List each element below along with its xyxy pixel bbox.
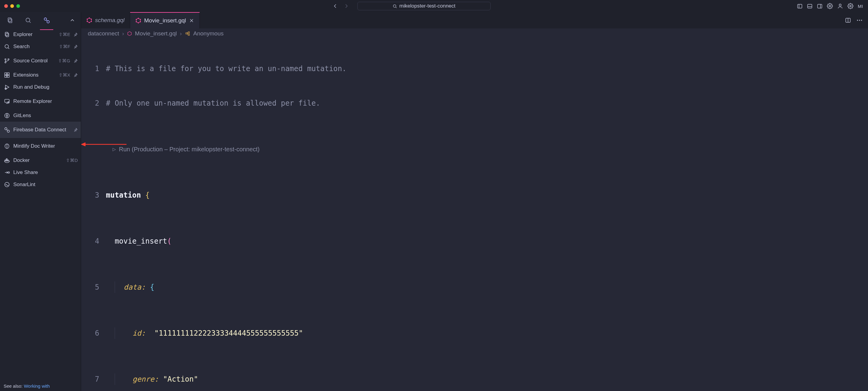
more-actions-icon[interactable]	[857, 19, 863, 21]
svg-point-0	[393, 4, 396, 7]
tab-movie-insert[interactable]: Movie_insert.gql	[130, 12, 199, 28]
svg-marker-45	[87, 18, 91, 23]
crumb-file[interactable]: Movie_insert.gql	[135, 30, 177, 37]
svg-point-51	[87, 19, 88, 19]
svg-rect-17	[5, 32, 8, 36]
shortcut-hint: ⇧⌘E	[59, 32, 70, 37]
svg-point-22	[5, 62, 6, 63]
sidebar-item-search[interactable]: Search⇧⌘F	[0, 40, 81, 53]
code-editor[interactable]: 1# This is a file for you to write an un…	[81, 40, 868, 391]
sidebar-item-label: Firebase Data Connect	[13, 127, 70, 133]
docker-icon	[4, 157, 10, 163]
footer-link[interactable]: Working with	[24, 384, 50, 389]
code-lens-run[interactable]: ▷ Run (Production – Project: mikelopster…	[81, 144, 868, 155]
view-dataconnect-icon[interactable]	[42, 15, 52, 26]
code-line: mutation {	[106, 189, 150, 201]
breadcrumbs[interactable]: dataconnect › Movie_insert.gql › Anonymo…	[81, 28, 868, 40]
pin-icon[interactable]	[73, 44, 78, 49]
svg-point-48	[91, 21, 92, 22]
shortcut-hint: ⇧⌘G	[58, 58, 70, 64]
sidebar-footer: See also: Working with	[0, 382, 81, 391]
dataconnect-icon	[4, 126, 10, 133]
nav-forward-button[interactable]	[343, 3, 349, 9]
branch-icon	[4, 58, 10, 64]
svg-point-8	[829, 5, 831, 7]
nav-back-button[interactable]	[332, 3, 338, 9]
debug-icon	[4, 84, 10, 90]
svg-point-21	[5, 59, 6, 60]
account-icon[interactable]	[837, 3, 843, 9]
svg-rect-68	[188, 32, 189, 33]
svg-rect-2	[798, 4, 802, 8]
minimize-window-button[interactable]	[10, 4, 14, 8]
view-more-icon[interactable]	[69, 17, 75, 23]
svg-point-65	[861, 20, 862, 21]
layout-secondary-icon[interactable]	[817, 3, 823, 9]
svg-line-20	[8, 48, 9, 49]
view-explorer-icon[interactable]	[5, 15, 14, 25]
svg-marker-52	[136, 19, 141, 23]
play-icon: ▷	[113, 144, 116, 155]
svg-marker-66	[128, 31, 131, 35]
sidebar-item-extensions[interactable]: Extensions⇧⌘X	[0, 69, 81, 81]
svg-rect-24	[5, 73, 7, 75]
svg-rect-30	[5, 99, 9, 102]
symbol-icon	[185, 31, 190, 36]
sidebar-item-remote-explorer[interactable]: Remote Explorer	[0, 93, 81, 110]
sidebar-item-explorer[interactable]: Explorer⇧⌘E	[0, 28, 81, 40]
tab-label: schema.gql	[95, 17, 124, 24]
sidebar-item-firebase-data-connect[interactable]: Firebase Data Connect	[0, 122, 81, 138]
graphql-icon	[87, 18, 92, 23]
code-line: genre: "Action"	[106, 373, 198, 385]
crumb-symbol[interactable]: Anonymous	[193, 30, 224, 37]
layout-panel-icon[interactable]	[807, 3, 813, 9]
code-line: id: "11111111222233334444555555555555"	[106, 327, 303, 339]
sidebar-item-run-and-debug[interactable]: Run and Debug	[0, 81, 81, 93]
pin-icon[interactable]	[73, 59, 78, 63]
sidebar-item-mintlify-doc-writer[interactable]: Mintlify Doc Writer	[0, 138, 81, 154]
tab-schema[interactable]: schema.gql	[81, 12, 130, 28]
view-switcher	[0, 12, 81, 28]
sidebar-item-label: Source Control	[13, 58, 55, 64]
zoom-window-button[interactable]	[17, 4, 20, 8]
svg-point-37	[5, 128, 7, 130]
sidebar-item-source-control[interactable]: Source Control⇧⌘G	[0, 53, 81, 69]
svg-line-14	[29, 22, 31, 23]
svg-point-54	[140, 19, 141, 20]
svg-point-57	[136, 22, 136, 22]
svg-point-58	[136, 19, 136, 20]
svg-point-10	[850, 5, 851, 7]
pin-icon[interactable]	[73, 128, 78, 132]
account-initials[interactable]: MI	[858, 4, 863, 9]
footer-text: See also:	[4, 384, 24, 389]
pin-icon[interactable]	[73, 73, 78, 78]
crumb-root[interactable]: dataconnect	[88, 30, 119, 37]
svg-rect-67	[186, 33, 187, 34]
gitlens-icon	[4, 113, 10, 119]
close-tab-icon[interactable]	[189, 18, 194, 23]
sidebar-item-live-share[interactable]: Live Share	[0, 167, 81, 179]
layout-primary-icon[interactable]	[797, 3, 803, 9]
remote-icon	[4, 98, 10, 104]
svg-rect-12	[9, 19, 12, 23]
manage-gear-icon[interactable]	[847, 3, 854, 9]
code-lens-label: Run (Production – Project: mikelopster-t…	[119, 144, 260, 155]
shortcut-hint: ⇧⌘D	[66, 158, 78, 163]
sidebar-item-label: SonarLint	[13, 182, 78, 188]
sidebar-item-docker[interactable]: Docker⇧⌘D	[0, 154, 81, 167]
search-icon	[4, 43, 10, 50]
sidebar-item-gitlens[interactable]: GitLens	[0, 110, 81, 122]
split-editor-icon[interactable]	[845, 17, 851, 23]
pin-icon[interactable]	[73, 32, 78, 37]
sidebar-item-sonarlint[interactable]: SonarLint	[0, 179, 81, 191]
command-center-title: mikelopster-test-connect	[400, 3, 456, 9]
close-window-button[interactable]	[4, 4, 8, 8]
code-line: # Only one un-named mutation is allowed …	[106, 97, 320, 109]
svg-point-34	[6, 115, 8, 117]
view-search-icon[interactable]	[24, 15, 33, 25]
settings-gear-icon[interactable]	[827, 3, 833, 9]
svg-line-1	[396, 7, 397, 8]
command-center[interactable]: mikelopster-test-connect	[358, 2, 491, 10]
code-line: data: {	[106, 281, 154, 293]
sonar-icon	[4, 182, 10, 188]
